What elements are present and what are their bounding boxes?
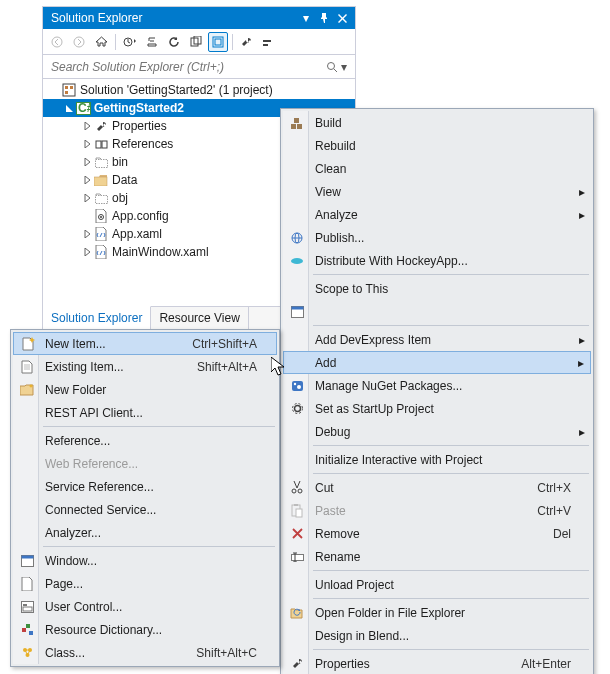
- menu-unload[interactable]: Unload Project: [283, 573, 591, 596]
- expand-icon[interactable]: [81, 138, 93, 150]
- menu-rebuild[interactable]: Rebuild: [283, 134, 591, 157]
- node-label: App.xaml: [112, 227, 162, 241]
- submenu-arrow-icon: ▸: [579, 185, 585, 199]
- svg-rect-24: [291, 124, 296, 129]
- menu-analyzer[interactable]: Analyzer...: [13, 521, 277, 544]
- menu-blend[interactable]: Design in Blend...: [283, 624, 591, 647]
- menu-window[interactable]: Window...: [13, 549, 277, 572]
- node-label: Properties: [112, 119, 167, 133]
- expand-icon[interactable]: [81, 120, 93, 132]
- preview-button[interactable]: [208, 32, 228, 52]
- search-icon[interactable]: [325, 61, 339, 73]
- remove-icon: [287, 528, 307, 539]
- menu-existing-item[interactable]: Existing Item...Shift+Alt+A: [13, 355, 277, 378]
- menu-paste[interactable]: PasteCtrl+V: [283, 499, 591, 522]
- svg-rect-42: [291, 555, 303, 561]
- search-input[interactable]: [51, 60, 325, 74]
- window-icon: [17, 555, 37, 567]
- menu-connected-service[interactable]: Connected Service...: [13, 498, 277, 521]
- menu-interactive[interactable]: Initialize Interactive with Project: [283, 448, 591, 471]
- new-folder-icon: [17, 384, 37, 396]
- submenu-arrow-icon: ▸: [578, 356, 584, 370]
- menu-debug[interactable]: Debug▸: [283, 420, 591, 443]
- expand-icon[interactable]: [81, 174, 93, 186]
- expand-icon[interactable]: [81, 228, 93, 240]
- menu-rename[interactable]: Rename: [283, 545, 591, 568]
- svg-rect-12: [70, 86, 73, 89]
- menu-user-control[interactable]: User Control...: [13, 595, 277, 618]
- menu-publish[interactable]: Publish...: [283, 226, 591, 249]
- menu-new-folder[interactable]: New Folder: [13, 378, 277, 401]
- solution-icon: [61, 82, 77, 98]
- expand-icon[interactable]: [49, 84, 61, 96]
- svg-point-33: [293, 383, 295, 385]
- folder-icon: [93, 172, 109, 188]
- toolbar: [43, 29, 355, 55]
- menu-properties[interactable]: PropertiesAlt+Enter: [283, 652, 591, 674]
- menu-reference[interactable]: Reference...: [13, 429, 277, 452]
- sync-button[interactable]: [120, 32, 140, 52]
- svg-rect-17: [96, 141, 101, 148]
- home-button[interactable]: [91, 32, 111, 52]
- close-button[interactable]: [333, 9, 351, 27]
- menu-remove[interactable]: RemoveDel: [283, 522, 591, 545]
- dropdown-button[interactable]: ▾: [297, 9, 315, 27]
- tab-solution-explorer[interactable]: Solution Explorer: [43, 306, 151, 330]
- tab-resource-view[interactable]: Resource View: [151, 307, 248, 330]
- expand-icon[interactable]: [81, 246, 93, 258]
- nuget-icon: [287, 379, 307, 392]
- menu-new-item[interactable]: New Item...Ctrl+Shift+A: [13, 332, 277, 355]
- node-label: References: [112, 137, 173, 151]
- svg-rect-31: [291, 306, 303, 309]
- solution-node[interactable]: Solution 'GettingStarted2' (1 project): [43, 81, 355, 99]
- node-label: obj: [112, 191, 128, 205]
- node-label: GettingStarted2: [94, 101, 184, 115]
- svg-point-38: [298, 489, 302, 493]
- svg-rect-6: [215, 39, 221, 45]
- back-button[interactable]: [47, 32, 67, 52]
- submenu-arrow-icon: ▸: [579, 425, 585, 439]
- svg-point-23: [100, 216, 102, 218]
- menu-analyze[interactable]: Analyze▸: [283, 203, 591, 226]
- svg-rect-44: [21, 555, 33, 558]
- collapse-icon[interactable]: [63, 102, 75, 114]
- properties-button[interactable]: [237, 32, 257, 52]
- menu-add[interactable]: Add▸: [283, 351, 591, 374]
- menu-startup[interactable]: Set as StartUp Project: [283, 397, 591, 420]
- menu-resource-dictionary[interactable]: Resource Dictionary...: [13, 618, 277, 641]
- pin-button[interactable]: [315, 9, 333, 27]
- menu-hockeyapp[interactable]: Distribute With HockeyApp...: [283, 249, 591, 272]
- menu-view[interactable]: View▸: [283, 180, 591, 203]
- collapse-button[interactable]: [142, 32, 162, 52]
- expand-icon[interactable]: [81, 192, 93, 204]
- menu-web-reference[interactable]: Web Reference...: [13, 452, 277, 475]
- menu-cut[interactable]: CutCtrl+X: [283, 476, 591, 499]
- menu-service-reference[interactable]: Service Reference...: [13, 475, 277, 498]
- menu-devexpress[interactable]: Add DevExpress Item▸: [283, 328, 591, 351]
- menu-page[interactable]: Page...: [13, 572, 277, 595]
- svg-rect-10: [63, 84, 75, 96]
- xaml-icon: [93, 244, 109, 260]
- rename-icon: [287, 551, 307, 562]
- menu-openfolder[interactable]: Open Folder in File Explorer: [283, 601, 591, 624]
- forward-button[interactable]: [69, 32, 89, 52]
- menu-build[interactable]: Build: [283, 111, 591, 134]
- svg-rect-18: [102, 141, 107, 148]
- svg-point-29: [291, 258, 303, 264]
- svg-rect-25: [297, 124, 302, 129]
- expand-icon[interactable]: [81, 156, 93, 168]
- menu-scope[interactable]: Scope to This: [283, 277, 591, 300]
- menu-class[interactable]: Class...Shift+Alt+C: [13, 641, 277, 664]
- menu-rest-api[interactable]: REST API Client...: [13, 401, 277, 424]
- show-all-button[interactable]: [186, 32, 206, 52]
- search-dropdown[interactable]: ▾: [341, 60, 351, 74]
- menu-clean[interactable]: Clean: [283, 157, 591, 180]
- menu-nuget[interactable]: Manage NuGet Packages...: [283, 374, 591, 397]
- search-box[interactable]: ▾: [43, 55, 355, 79]
- open-folder-icon: [287, 607, 307, 619]
- svg-rect-40: [294, 504, 298, 506]
- refresh-button[interactable]: [164, 32, 184, 52]
- view-button[interactable]: [259, 32, 279, 52]
- menu-new-sev[interactable]: [283, 300, 591, 323]
- user-control-icon: [17, 601, 37, 613]
